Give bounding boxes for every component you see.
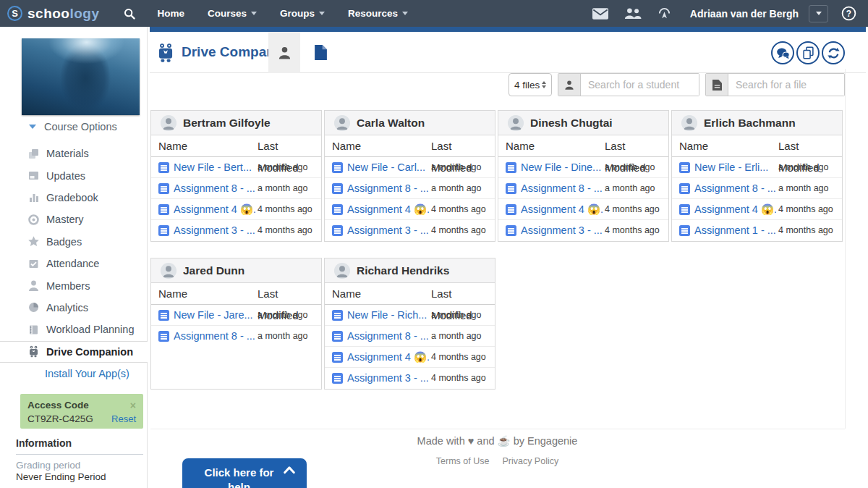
file-modified: 4 months ago <box>431 347 486 368</box>
file-icon <box>706 74 728 96</box>
user-menu[interactable]: Adriaan van der Bergh <box>690 8 799 20</box>
close-icon[interactable]: × <box>130 401 136 410</box>
sidebar: Course Options Materials Updates Gradebo… <box>0 27 148 488</box>
file-link[interactable]: Assignment 1 - ... <box>694 220 776 241</box>
sidebar-item-workload-planning[interactable]: Workload Planning <box>0 319 148 340</box>
file-table-header: Name Last Modified <box>672 135 842 157</box>
sidebar-item-analytics[interactable]: Analytics <box>0 297 148 319</box>
file-link[interactable]: Assignment 4 😱... <box>694 199 776 220</box>
file-link[interactable]: New File - Dine... <box>521 157 601 178</box>
file-modified: 4 months ago <box>258 199 312 220</box>
messages-icon[interactable] <box>592 8 608 20</box>
student-name: Bertram Gilfoyle <box>183 117 271 130</box>
nav-home[interactable]: Home <box>158 8 185 19</box>
sidebar-item-drive-companion[interactable]: Drive Companion <box>0 341 148 363</box>
file-table-header: Name Last Modified <box>325 283 495 305</box>
file-link[interactable]: New File - Carl... <box>347 157 425 178</box>
sidebar-item-gradebook[interactable]: Gradebook <box>0 187 148 209</box>
document-icon <box>158 183 169 194</box>
sidebar-item-materials[interactable]: Materials <box>0 143 148 164</box>
tab-students[interactable] <box>268 32 300 73</box>
help-button[interactable]: Click here for help <box>182 458 307 488</box>
file-modified: a month ago <box>605 178 655 199</box>
file-link[interactable]: Assignment 8 - ... <box>347 178 429 199</box>
document-icon <box>332 331 343 342</box>
file-table-header: Name Last Modified <box>151 135 321 157</box>
course-options-dropdown[interactable]: Course Options <box>29 121 117 132</box>
information-section: Information Grading period Never Ending … <box>16 437 143 483</box>
document-icon <box>332 352 343 363</box>
file-link[interactable]: Assignment 3 - ... <box>174 220 255 241</box>
sidebar-item-mastery[interactable]: Mastery <box>0 209 148 230</box>
file-link[interactable]: Assignment 4 😱... <box>521 199 603 220</box>
sidebar-item-label: Updates <box>46 170 85 182</box>
file-row: New File - Dine... a month ago <box>498 157 668 178</box>
files-count-select[interactable]: 4 files <box>509 73 552 96</box>
terms-of-use-link[interactable]: Terms of Use <box>436 456 490 466</box>
copy-button[interactable] <box>796 41 820 64</box>
file-modified: 4 months ago <box>605 199 660 220</box>
nav-groups[interactable]: Groups <box>280 8 325 19</box>
document-icon <box>332 183 343 194</box>
file-link[interactable]: Assignment 8 - ... <box>174 326 255 347</box>
sidebar-install-apps-link[interactable]: Install Your App(s) <box>0 363 148 384</box>
nav-courses[interactable]: Courses <box>208 8 257 19</box>
privacy-policy-link[interactable]: Privacy Policy <box>502 456 558 466</box>
file-link[interactable]: New File - Bert... <box>174 157 252 178</box>
sidebar-item-label: Workload Planning <box>46 324 134 335</box>
file-link[interactable]: Assignment 8 - ... <box>694 178 776 199</box>
file-link[interactable]: New File - Jare... <box>174 305 253 326</box>
document-icon <box>679 162 690 173</box>
document-icon <box>158 204 169 215</box>
file-link[interactable]: Assignment 3 - ... <box>347 220 429 241</box>
access-code-reset-link[interactable]: Reset <box>111 412 136 426</box>
schoology-logo-icon[interactable]: S <box>7 6 22 21</box>
file-link[interactable]: Assignment 4 😱... <box>174 199 255 220</box>
file-link[interactable]: Assignment 8 - ... <box>347 326 429 347</box>
sidebar-item-members[interactable]: Members <box>0 274 148 296</box>
file-row: Assignment 8 - ... a month ago <box>151 178 321 199</box>
file-link[interactable]: Assignment 8 - ... <box>521 178 603 199</box>
file-search-input[interactable] <box>728 74 844 96</box>
schoology-wordmark[interactable]: schoology <box>27 6 100 22</box>
sidebar-item-label: Attendance <box>46 258 99 269</box>
attendance-icon <box>27 258 40 270</box>
file-link[interactable]: New File - Erli... <box>694 157 768 178</box>
footer-credit: Made with ♥ and ☕ by Engagenie <box>150 434 845 447</box>
student-search-input[interactable] <box>581 74 699 96</box>
file-link[interactable]: Assignment 3 - ... <box>521 220 603 241</box>
file-link[interactable]: Assignment 8 - ... <box>174 178 255 199</box>
file-link[interactable]: Assignment 4 😱... <box>347 199 429 220</box>
feedback-chat-button[interactable] <box>771 41 794 64</box>
sidebar-item-attendance[interactable]: Attendance <box>0 253 148 274</box>
document-icon <box>506 225 516 236</box>
file-modified: 4 months ago <box>431 199 486 220</box>
file-modified: a month ago <box>258 326 308 347</box>
file-link[interactable]: Assignment 3 - ... <box>347 368 429 389</box>
notifications-icon[interactable] <box>658 7 671 20</box>
main-content: Drive Companion 4 files <box>150 27 866 488</box>
search-icon[interactable] <box>123 7 136 20</box>
help-icon[interactable]: ? <box>841 6 856 21</box>
document-icon <box>158 225 169 236</box>
student-card-header: Dinesh Chugtai <box>498 111 668 135</box>
file-link[interactable]: Assignment 4 😱... <box>347 347 429 368</box>
tab-files[interactable] <box>305 32 336 73</box>
nav-resources[interactable]: Resources <box>348 8 408 19</box>
student-avatar <box>161 263 176 279</box>
connections-icon[interactable] <box>624 8 642 19</box>
student-card: Richard Hendriks Name Last Modified New … <box>324 258 495 390</box>
student-avatar <box>334 263 350 279</box>
user-dropdown-button[interactable] <box>809 5 828 22</box>
file-rows: New File - Dine... a month ago Assignmen… <box>498 157 668 241</box>
file-row: Assignment 8 - ... a month ago <box>498 178 668 199</box>
refresh-button[interactable] <box>822 41 845 64</box>
footer-divider <box>150 429 845 429</box>
sidebar-item-badges[interactable]: Badges <box>0 231 148 253</box>
file-row: Assignment 8 - ... a month ago <box>672 178 842 199</box>
sidebar-item-updates[interactable]: Updates <box>0 164 148 186</box>
file-link[interactable]: New File - Rich... <box>347 305 427 326</box>
stepper-arrows-icon <box>542 81 546 88</box>
document-icon <box>332 310 343 321</box>
drive-companion-robot-icon <box>27 345 40 358</box>
